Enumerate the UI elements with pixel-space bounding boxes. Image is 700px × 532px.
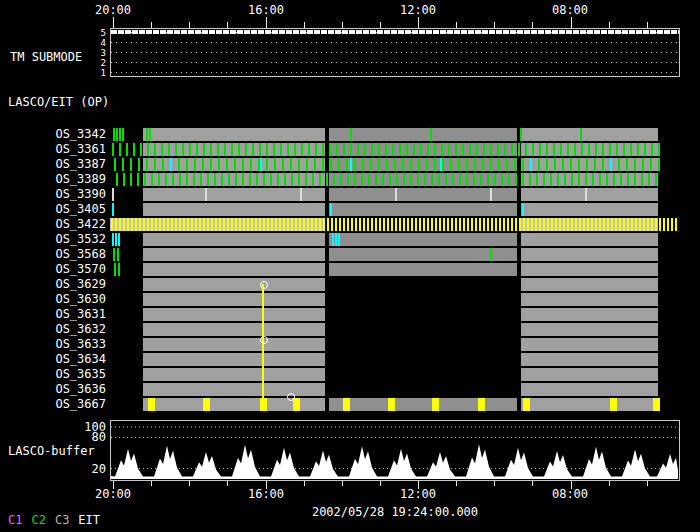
event-tick xyxy=(260,398,267,411)
event-tick xyxy=(607,218,609,231)
event-tick xyxy=(483,218,485,231)
buffer-y-tick-label: 80 xyxy=(72,431,106,443)
event-tick xyxy=(275,218,277,231)
event-tick xyxy=(483,143,485,156)
event-tick xyxy=(402,158,404,171)
event-tick xyxy=(595,143,597,156)
event-tick xyxy=(231,143,233,156)
event-tick xyxy=(187,218,189,231)
event-tick xyxy=(458,158,460,171)
event-tick xyxy=(413,143,415,156)
event-tick xyxy=(259,143,261,156)
event-tick xyxy=(347,218,349,231)
event-tick xyxy=(227,218,229,231)
buffer-y-tick-label: 20 xyxy=(72,463,106,475)
event-tick xyxy=(371,143,373,156)
top-time-axis-labels: 20:0016:0012:0008:00 xyxy=(110,3,680,17)
event-tick xyxy=(266,158,268,171)
event-tick xyxy=(119,218,121,231)
os-row-label: OS_3630 xyxy=(0,292,106,307)
event-tick xyxy=(550,173,552,186)
event-tick xyxy=(474,158,476,171)
event-tick xyxy=(323,218,325,231)
event-tick xyxy=(490,248,492,261)
legend-c3: C3 xyxy=(55,513,69,527)
event-tick xyxy=(658,158,660,171)
shaded-window xyxy=(329,203,517,216)
event-tick xyxy=(263,173,265,186)
event-tick xyxy=(535,218,537,231)
event-tick xyxy=(440,158,442,171)
event-tick xyxy=(143,218,145,231)
time-label: 20:00 xyxy=(91,3,135,17)
lasco-buffer-chart xyxy=(111,421,679,480)
event-tick xyxy=(378,143,380,156)
event-tick xyxy=(367,218,369,231)
bottom-time-axis-labels: 20:0016:0012:0008:00 xyxy=(110,487,680,501)
event-tick xyxy=(563,218,565,231)
hour-tick xyxy=(647,481,648,486)
shaded-window xyxy=(143,338,325,351)
submode-gridline xyxy=(111,72,679,73)
event-tick xyxy=(522,203,524,216)
event-tick xyxy=(371,218,373,231)
event-tick xyxy=(290,158,292,171)
event-tick xyxy=(218,158,220,171)
event-tick xyxy=(340,173,342,186)
event-tick xyxy=(591,218,593,231)
hour-tick xyxy=(456,481,457,486)
event-tick xyxy=(403,218,405,231)
event-tick xyxy=(547,218,549,231)
event-tick xyxy=(178,158,180,171)
event-tick xyxy=(343,218,345,231)
event-tick xyxy=(410,173,412,186)
event-tick xyxy=(515,173,517,186)
event-tick xyxy=(221,173,223,186)
event-tick xyxy=(283,218,285,231)
event-tick xyxy=(154,158,156,171)
event-tick xyxy=(507,218,509,231)
event-tick xyxy=(490,188,492,201)
event-tick xyxy=(223,218,225,231)
event-tick xyxy=(357,143,359,156)
event-tick xyxy=(338,158,340,171)
os-row xyxy=(110,233,680,246)
event-tick xyxy=(370,158,372,171)
os-row-label: OS_3387 xyxy=(0,157,106,172)
event-tick xyxy=(259,218,261,231)
event-tick xyxy=(303,218,305,231)
event-tick xyxy=(346,158,348,171)
event-tick xyxy=(350,158,352,171)
event-tick xyxy=(490,158,492,171)
event-tick xyxy=(238,143,240,156)
event-tick xyxy=(585,173,587,186)
event-tick xyxy=(523,398,530,411)
time-label: 16:00 xyxy=(244,487,288,501)
event-tick xyxy=(249,173,251,186)
event-tick xyxy=(293,398,300,411)
event-tick xyxy=(314,158,316,171)
event-tick xyxy=(203,143,205,156)
shaded-window xyxy=(521,263,658,276)
event-tick xyxy=(602,158,604,171)
event-tick xyxy=(294,143,296,156)
event-tick xyxy=(635,218,637,231)
submode-level-label: 3 xyxy=(90,48,106,58)
shaded-window xyxy=(143,323,325,336)
os-row xyxy=(110,203,680,216)
event-tick xyxy=(467,218,469,231)
os-row-label: OS_3568 xyxy=(0,247,106,262)
event-tick xyxy=(267,218,269,231)
shaded-window xyxy=(521,293,658,306)
event-tick xyxy=(277,173,279,186)
event-tick xyxy=(298,173,300,186)
event-tick xyxy=(194,158,196,171)
event-tick xyxy=(280,143,282,156)
event-tick xyxy=(343,398,350,411)
event-tick xyxy=(471,218,473,231)
shaded-window xyxy=(143,263,325,276)
event-tick xyxy=(273,143,275,156)
event-tick xyxy=(655,218,657,231)
event-tick xyxy=(455,143,457,156)
event-tick xyxy=(193,173,195,186)
